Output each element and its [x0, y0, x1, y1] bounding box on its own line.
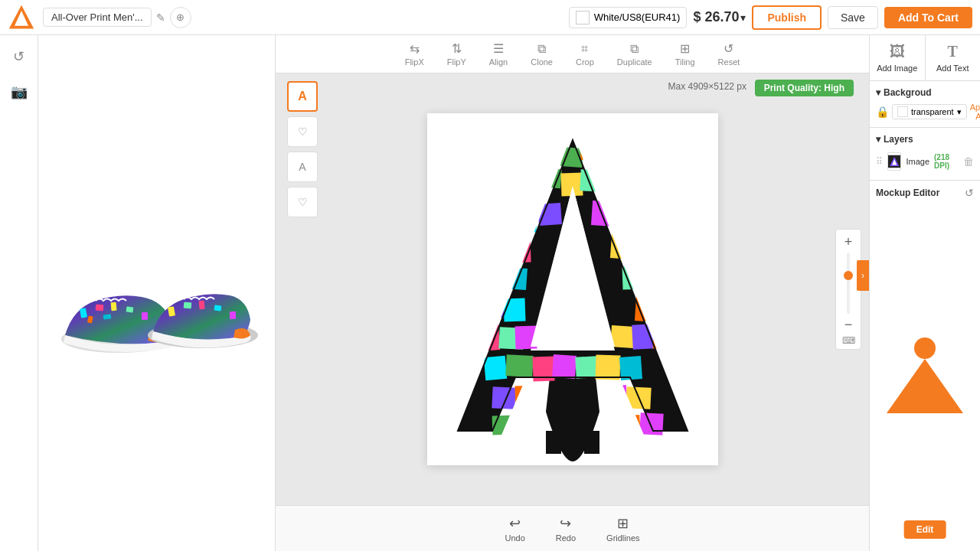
background-section: ▾ Backgroud 🔒 transparent ▾ Apply All — [870, 81, 980, 128]
max-px-label: Max 4909×5122 px — [668, 81, 746, 92]
layers-arrow[interactable]: ▾ — [876, 134, 880, 145]
camera-sidebar-button[interactable]: 📷 — [5, 78, 33, 106]
clone-label: Clone — [531, 57, 553, 67]
flipy-icon: ⇅ — [452, 41, 462, 56]
background-arrow[interactable]: ▾ — [876, 87, 880, 98]
align-label: Align — [489, 57, 508, 67]
zoom-out-button[interactable]: − — [839, 315, 858, 334]
tiling-button[interactable]: ⊞ Tiling — [675, 41, 695, 67]
panel-toggle-button[interactable]: › — [857, 260, 869, 291]
svg-rect-14 — [214, 305, 221, 311]
zoom-in-button[interactable]: + — [839, 233, 858, 251]
save-button[interactable]: Save — [828, 6, 878, 29]
layers-header: ▾ Layers — [876, 134, 974, 145]
add-to-cart-button[interactable]: Add To Cart — [884, 7, 972, 28]
zoom-bar — [847, 253, 850, 314]
svg-rect-67 — [505, 354, 533, 377]
add-image-button[interactable]: 🖼 Add Image — [870, 35, 926, 80]
design-tabs: A ♡ A ♡ — [287, 81, 318, 217]
svg-rect-12 — [183, 302, 191, 309]
svg-rect-88 — [584, 431, 599, 454]
design-canvas-svg — [427, 113, 718, 465]
canvas-content[interactable] — [427, 113, 718, 465]
share-icon[interactable]: ⊕ — [170, 7, 191, 28]
print-quality-badge: Print Quality: High — [755, 80, 854, 96]
design-tab-heart[interactable]: ♡ — [287, 116, 318, 147]
apply-all-button[interactable]: Apply All — [970, 103, 980, 121]
undo-label: Undo — [505, 533, 525, 543]
clone-button[interactable]: ⧉ Clone — [531, 42, 553, 67]
edit-name-button[interactable]: ✎ — [156, 11, 165, 24]
publish-button[interactable]: Publish — [752, 5, 822, 30]
price-dropdown-button[interactable]: ▾ — [740, 11, 746, 24]
clone-icon: ⧉ — [537, 42, 546, 56]
duplicate-icon: ⧉ — [630, 42, 639, 56]
product-name-button[interactable]: All-Over Print Men'... — [43, 8, 152, 27]
mockup-preview: Edit — [876, 205, 974, 545]
gridlines-button[interactable]: ⊞ Gridlines — [606, 515, 639, 543]
header: All-Over Print Men'... ✎ ⊕ White/US8(EUR… — [0, 0, 980, 35]
svg-rect-85 — [639, 412, 663, 435]
tiling-icon: ⊞ — [680, 41, 690, 56]
svg-rect-15 — [229, 311, 236, 319]
duplicate-label: Duplicate — [617, 57, 652, 67]
flipx-icon: ⇆ — [410, 41, 420, 56]
add-text-icon: T — [948, 43, 958, 60]
add-tools: 🖼 Add Image T Add Text — [870, 35, 980, 81]
reset-button[interactable]: ↺ Reset — [718, 41, 740, 67]
layers-label: Layers — [884, 134, 913, 145]
right-panel: 🖼 Add Image T Add Text ▾ Backgroud 🔒 tra… — [869, 35, 980, 551]
mockup-preview-image — [879, 333, 971, 417]
bg-color-label: transparent — [911, 107, 954, 116]
crop-button[interactable]: ⌗ Crop — [576, 42, 594, 67]
undo-button[interactable]: ↩ Undo — [505, 515, 525, 543]
toolbar: ⇆ FlipX ⇅ FlipY ☰ Align ⧉ Clone ⌗ Crop ⧉… — [276, 35, 869, 73]
color-label: White/US8(EUR41) — [594, 11, 681, 23]
color-swatch — [576, 11, 590, 24]
design-tab-a[interactable]: A — [287, 81, 318, 112]
background-label: Backgroud — [884, 87, 932, 98]
svg-marker-91 — [887, 359, 963, 413]
svg-rect-6 — [126, 306, 133, 312]
undo-sidebar-button[interactable]: ↺ — [5, 43, 33, 70]
tiling-label: Tiling — [675, 57, 695, 67]
flipx-button[interactable]: ⇆ FlipX — [405, 41, 424, 67]
design-tab-a2[interactable]: A — [287, 152, 318, 182]
bg-color-selector[interactable]: transparent ▾ — [892, 104, 967, 119]
product-name-label: All-Over Print Men'... — [51, 11, 143, 23]
canvas-wrapper: A ♡ A ♡ Max 4909×5122 px Print Quality: … — [276, 73, 869, 505]
align-button[interactable]: ☰ Align — [489, 41, 508, 67]
gridlines-label: Gridlines — [606, 533, 639, 543]
mockup-editor-label: Mockup Editor — [876, 187, 939, 198]
layer-drag-handle[interactable]: ⠿ — [876, 156, 883, 167]
duplicate-button[interactable]: ⧉ Duplicate — [617, 42, 652, 67]
svg-rect-7 — [141, 312, 148, 320]
zoom-handle[interactable] — [844, 271, 853, 280]
flipy-button[interactable]: ⇅ FlipY — [447, 41, 466, 67]
svg-rect-70 — [575, 356, 597, 378]
header-right: White/US8(EUR41) $ 26.70 ▾ Publish Save … — [569, 5, 972, 30]
flipx-label: FlipX — [405, 57, 424, 67]
svg-point-90 — [914, 337, 936, 359]
layer-item: ⠿ Image (218 DPI) 🗑 — [876, 149, 974, 174]
layer-thumbnail — [887, 152, 901, 171]
svg-rect-5 — [110, 302, 116, 311]
color-selector[interactable]: White/US8(EUR41) — [569, 7, 688, 28]
add-text-button[interactable]: T Add Text — [926, 35, 981, 80]
reset-label: Reset — [718, 57, 740, 67]
price-value: $ 26.70 — [693, 9, 739, 25]
mockup-refresh-button[interactable]: ↺ — [965, 187, 974, 199]
reset-icon: ↺ — [724, 41, 733, 56]
add-image-icon: 🖼 — [890, 43, 905, 60]
product-preview-image — [50, 217, 264, 370]
layer-delete-button[interactable]: 🗑 — [963, 155, 974, 168]
design-tab-heart2[interactable]: ♡ — [287, 187, 318, 217]
layer-dpi: (218 DPI) — [934, 153, 959, 170]
zoom-keyboard-button[interactable]: ⌨ — [842, 335, 855, 346]
left-sidebar: ↺ 📷 — [0, 35, 38, 551]
add-text-label: Add Text — [936, 64, 969, 73]
redo-button[interactable]: ↪ Redo — [556, 515, 576, 543]
redo-label: Redo — [556, 533, 576, 543]
svg-rect-87 — [546, 431, 561, 454]
mockup-edit-button[interactable]: Edit — [904, 520, 946, 539]
